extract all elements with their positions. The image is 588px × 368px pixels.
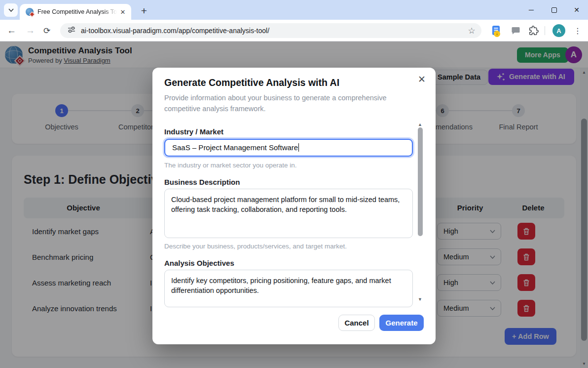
modal-close-icon[interactable]: ✕ <box>416 74 428 85</box>
page-content: Competitive Analysis Tool Powered by Vis… <box>0 41 588 368</box>
modal-title: Generate Competitive Analysis with AI <box>164 77 339 88</box>
forward-icon[interactable]: → <box>26 25 35 36</box>
toolbar-divider <box>545 26 545 35</box>
modal-subtitle: Provide information about your business … <box>164 92 418 115</box>
generate-ai-modal: ✕ Generate Competitive Analysis with AI … <box>152 68 436 344</box>
extensions-puzzle-icon[interactable] <box>529 26 539 38</box>
browser-titlebar: Free Competitive Analysis Tool E ✕ + ─ ✕ <box>0 0 588 20</box>
tab-close-icon[interactable]: ✕ <box>118 7 127 16</box>
tab-search-chevron-icon[interactable] <box>4 3 18 17</box>
minimize-button[interactable]: ─ <box>520 0 543 20</box>
browser-profile-avatar[interactable]: A <box>552 24 565 37</box>
reading-list-extension-icon[interactable]: ↓ <box>492 26 500 35</box>
text-caret <box>298 143 299 152</box>
scroll-down-icon[interactable]: ▼ <box>418 297 422 302</box>
close-button[interactable]: ✕ <box>565 0 588 20</box>
back-icon[interactable]: ← <box>7 25 16 36</box>
scroll-up-icon[interactable]: ▲ <box>418 122 422 127</box>
analysis-objectives-textarea[interactable]: Identify key competitors, pricing positi… <box>164 270 413 307</box>
objectives-label: Analysis Objectives <box>164 259 234 267</box>
bookmark-star-icon[interactable]: ☆ <box>467 26 477 36</box>
business-label: Business Description <box>164 178 240 186</box>
industry-help: The industry or market sector you operat… <box>164 162 297 169</box>
industry-input[interactable]: SaaS – Project Management Software <box>164 139 413 157</box>
business-description-textarea[interactable]: Cloud-based project management platform … <box>164 189 413 238</box>
comment-extension-icon[interactable] <box>512 27 520 37</box>
industry-label: Industry / Market <box>164 127 223 136</box>
browser-tab[interactable]: Free Competitive Analysis Tool E ✕ <box>20 4 131 20</box>
scrollbar-thumb[interactable] <box>418 127 423 236</box>
generate-button[interactable]: Generate <box>379 315 424 331</box>
browser-menu-icon[interactable]: ⋮ <box>574 26 582 35</box>
new-tab-button[interactable]: + <box>137 4 151 17</box>
site-settings-icon[interactable] <box>67 25 76 36</box>
browser-toolbar: ← → ⟳ ai-toolbox.visual-paradigm.com/app… <box>0 20 588 41</box>
tab-title: Free Competitive Analysis Tool E <box>37 8 118 15</box>
site-favicon-icon <box>26 8 34 16</box>
maximize-button[interactable] <box>543 0 565 20</box>
url-text[interactable]: ai-toolbox.visual-paradigm.com/app/compe… <box>81 27 467 35</box>
business-help: Describe your business, products/service… <box>164 243 347 250</box>
address-bar[interactable]: ai-toolbox.visual-paradigm.com/app/compe… <box>60 23 481 38</box>
reload-icon[interactable]: ⟳ <box>43 25 50 36</box>
cancel-button[interactable]: Cancel <box>338 315 375 331</box>
browser-window: Free Competitive Analysis Tool E ✕ + ─ ✕… <box>0 0 588 368</box>
